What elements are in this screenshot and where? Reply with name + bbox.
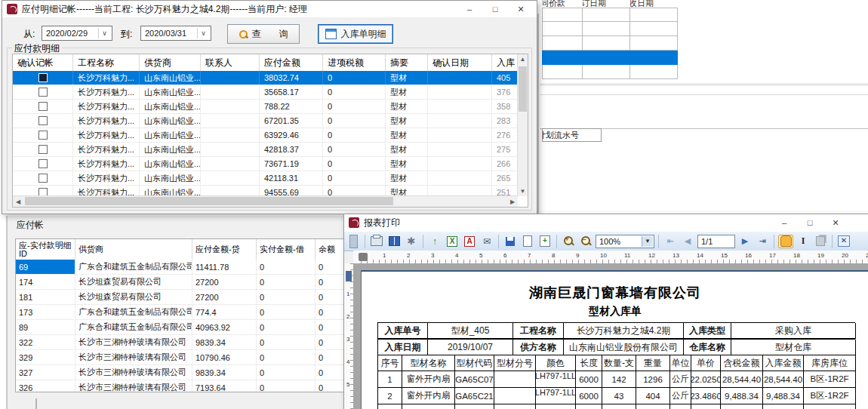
cell[interactable] bbox=[630, 65, 678, 79]
cell[interactable] bbox=[542, 36, 583, 51]
cell[interactable] bbox=[583, 22, 630, 36]
cell[interactable] bbox=[428, 71, 492, 85]
cell[interactable]: 7193.64 bbox=[192, 380, 257, 392]
cell[interactable]: 27200 bbox=[192, 290, 257, 304]
confirm-checkbox[interactable] bbox=[38, 88, 48, 97]
book-preview-icon[interactable] bbox=[386, 235, 402, 248]
table-row[interactable]: 长沙万科魅力...山东南山铝业...67201.350型材283 bbox=[13, 114, 518, 128]
cell[interactable]: 长沙市三湘特种玻璃有限公司 bbox=[75, 335, 192, 349]
cell[interactable]: 0 bbox=[257, 335, 315, 349]
cell[interactable]: 长沙市三湘特种玻璃有限公司 bbox=[75, 380, 192, 392]
column-header[interactable]: 进项税额 bbox=[323, 54, 386, 71]
cell[interactable] bbox=[428, 157, 492, 171]
table-row[interactable]: 322长沙市三湘特种玻璃有限公司9839.3400 bbox=[16, 335, 343, 350]
confirm-checkbox[interactable] bbox=[38, 116, 48, 125]
cell[interactable] bbox=[542, 8, 583, 22]
cell[interactable]: 0 bbox=[323, 114, 386, 128]
column-header[interactable]: 确认记帐 bbox=[13, 54, 73, 71]
cell[interactable]: 0 bbox=[257, 275, 315, 289]
cell[interactable]: 11411.78 bbox=[192, 260, 257, 274]
previous-page-button[interactable]: ◀ bbox=[680, 235, 695, 248]
text-select-icon[interactable]: I bbox=[796, 235, 811, 248]
table-row[interactable] bbox=[542, 51, 678, 65]
confirm-checkbox[interactable] bbox=[38, 159, 48, 168]
page-number-input[interactable]: 1/1 bbox=[697, 235, 735, 248]
scrollbar-thumb[interactable] bbox=[519, 66, 527, 112]
cell[interactable] bbox=[428, 128, 492, 142]
cell[interactable]: 0 bbox=[315, 335, 343, 349]
cell[interactable]: 广东合和建筑五金制品有限公司 bbox=[75, 260, 192, 274]
checkbox-cell[interactable] bbox=[13, 157, 73, 171]
first-page-button[interactable]: ⇤ bbox=[663, 235, 678, 248]
export-excel-icon[interactable]: X bbox=[445, 235, 460, 248]
close-button[interactable]: ✕ bbox=[823, 214, 848, 231]
column-header[interactable]: 验收日期 bbox=[630, 0, 678, 8]
column-header[interactable]: 实付金额-借 bbox=[257, 239, 315, 260]
scroll-up-icon[interactable]: ▲ bbox=[518, 54, 528, 64]
cell[interactable]: 0 bbox=[257, 365, 315, 380]
cell[interactable]: 型材 bbox=[386, 100, 428, 113]
cell[interactable]: 0 bbox=[257, 305, 315, 319]
cell[interactable]: 358 bbox=[492, 100, 518, 113]
cell[interactable]: 0 bbox=[315, 320, 343, 334]
cell[interactable]: 42818.37 bbox=[260, 143, 323, 156]
confirm-checkbox[interactable] bbox=[38, 102, 48, 111]
cell[interactable]: 0 bbox=[323, 171, 386, 185]
checkbox-cell[interactable] bbox=[13, 128, 73, 142]
cell[interactable]: 山东南山铝业... bbox=[140, 85, 201, 99]
cell[interactable]: 长沙坦森贸易有限公司 bbox=[75, 290, 192, 304]
table-row[interactable] bbox=[542, 65, 678, 79]
cell[interactable]: 67201.35 bbox=[260, 114, 323, 128]
column-header[interactable]: 应付金额 bbox=[260, 54, 323, 71]
confirm-checkbox[interactable] bbox=[38, 145, 48, 154]
last-page-button[interactable]: ⇥ bbox=[755, 235, 770, 248]
cell[interactable]: 89 bbox=[16, 320, 75, 334]
cell[interactable] bbox=[542, 22, 583, 36]
cell[interactable]: 73671.19 bbox=[260, 157, 323, 171]
cell[interactable] bbox=[583, 51, 630, 65]
cell[interactable]: 275 bbox=[492, 143, 518, 156]
cell[interactable]: 0 bbox=[315, 380, 343, 392]
column-header[interactable]: 入库 bbox=[492, 54, 518, 71]
scroll-down-icon[interactable]: ▼ bbox=[518, 186, 528, 196]
table-row[interactable]: 长沙万科魅力...山东南山铝业...42118.310型材265 bbox=[13, 171, 518, 186]
close-button[interactable]: ✕ bbox=[508, 1, 534, 17]
cell[interactable]: 0 bbox=[257, 350, 315, 364]
cell[interactable]: 0 bbox=[323, 128, 386, 142]
table-row[interactable]: 长沙万科魅力...山东南山铝业...38032.740型材405 bbox=[13, 71, 518, 85]
minimize-button[interactable]: – bbox=[771, 214, 797, 231]
cell[interactable]: 0 bbox=[323, 143, 386, 156]
cell[interactable]: 山东南山铝业... bbox=[140, 157, 201, 171]
cell[interactable]: 山东南山铝业... bbox=[140, 128, 201, 142]
column-header[interactable]: 供货商 bbox=[75, 239, 192, 260]
cell[interactable]: 型材 bbox=[386, 157, 428, 171]
cell[interactable]: 长沙万科魅力... bbox=[73, 157, 140, 171]
settings-icon[interactable]: ✱ bbox=[404, 235, 419, 248]
cell[interactable]: 0 bbox=[257, 320, 315, 334]
cell[interactable] bbox=[542, 65, 583, 79]
cell[interactable]: 型材 bbox=[386, 114, 428, 128]
hand-tool-icon[interactable] bbox=[778, 235, 793, 248]
cell[interactable]: 174 bbox=[16, 275, 75, 289]
cell[interactable]: 长沙万科魅力... bbox=[73, 143, 140, 156]
cell[interactable]: 型材 bbox=[386, 85, 428, 99]
cell[interactable]: 27200 bbox=[192, 275, 257, 289]
cell[interactable]: 0 bbox=[323, 85, 386, 99]
table-row[interactable] bbox=[542, 36, 678, 51]
cell[interactable]: 788.22 bbox=[260, 100, 323, 113]
maximize-button[interactable]: □ bbox=[797, 214, 823, 231]
cell[interactable]: 10790.46 bbox=[192, 350, 257, 364]
cell[interactable] bbox=[201, 143, 260, 156]
cell[interactable]: 型材 bbox=[386, 143, 428, 156]
table-row[interactable]: 327长沙市三湘特种玻璃有限公司9839.3400 bbox=[16, 365, 343, 380]
cell[interactable]: 长沙万科魅力... bbox=[73, 114, 140, 128]
cell[interactable]: 长沙坦森贸易有限公司 bbox=[75, 275, 192, 289]
cell[interactable]: 405 bbox=[492, 71, 518, 85]
cell[interactable] bbox=[583, 36, 630, 51]
from-date-select[interactable]: 2020/02/29∨ bbox=[42, 26, 112, 41]
cell[interactable]: 181 bbox=[16, 290, 75, 304]
column-header[interactable]: 应-实付款明细ID bbox=[16, 239, 75, 260]
cell[interactable]: 276 bbox=[492, 128, 518, 142]
zoom-level-select[interactable]: 100%▼ bbox=[596, 235, 654, 248]
mail-icon[interactable]: ✉ bbox=[479, 235, 494, 248]
